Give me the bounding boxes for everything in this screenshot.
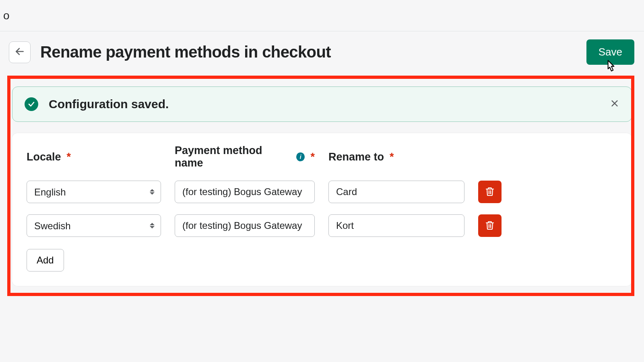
content-area: Configuration saved. Locale* Payment met… bbox=[0, 86, 644, 286]
table-row: English bbox=[27, 181, 617, 203]
check-circle-icon bbox=[25, 97, 38, 111]
trash-icon bbox=[485, 187, 495, 197]
add-row-button[interactable]: Add bbox=[27, 249, 64, 272]
top-strip: o bbox=[0, 0, 644, 31]
delete-row-button[interactable] bbox=[478, 214, 502, 237]
required-marker: * bbox=[310, 151, 315, 163]
locale-select[interactable]: Swedish bbox=[27, 214, 161, 237]
required-marker: * bbox=[390, 151, 394, 163]
banner-close-button[interactable] bbox=[607, 96, 623, 112]
page-title: Rename payment methods in checkout bbox=[40, 43, 577, 61]
required-marker: * bbox=[67, 151, 71, 163]
top-strip-fragment: o bbox=[3, 9, 10, 22]
arrow-left-icon bbox=[14, 46, 25, 58]
save-button[interactable]: Save bbox=[586, 39, 634, 65]
trash-icon bbox=[485, 220, 495, 231]
rename-header: Rename to* bbox=[328, 151, 464, 163]
locale-header-text: Locale bbox=[27, 151, 61, 163]
locale-select[interactable]: English bbox=[27, 181, 161, 203]
rename-input[interactable] bbox=[328, 214, 464, 237]
rename-input[interactable] bbox=[328, 181, 464, 203]
page-header: Rename payment methods in checkout Save bbox=[0, 31, 644, 70]
method-input[interactable] bbox=[175, 214, 315, 237]
config-card: Locale* Payment method name i * Rename t… bbox=[12, 133, 632, 286]
header-row: Locale* Payment method name i * Rename t… bbox=[27, 144, 617, 169]
back-button[interactable] bbox=[9, 41, 31, 63]
banner-message: Configuration saved. bbox=[49, 97, 169, 111]
success-banner: Configuration saved. bbox=[12, 86, 632, 122]
delete-row-button[interactable] bbox=[478, 181, 502, 203]
locale-header: Locale* bbox=[27, 151, 161, 163]
method-header-text: Payment method name bbox=[175, 144, 292, 169]
method-input[interactable] bbox=[175, 181, 315, 203]
info-icon[interactable]: i bbox=[296, 152, 305, 161]
close-icon bbox=[610, 99, 619, 109]
method-header: Payment method name i * bbox=[175, 144, 315, 169]
rename-header-text: Rename to bbox=[328, 151, 384, 163]
table-row: Swedish bbox=[27, 214, 617, 237]
